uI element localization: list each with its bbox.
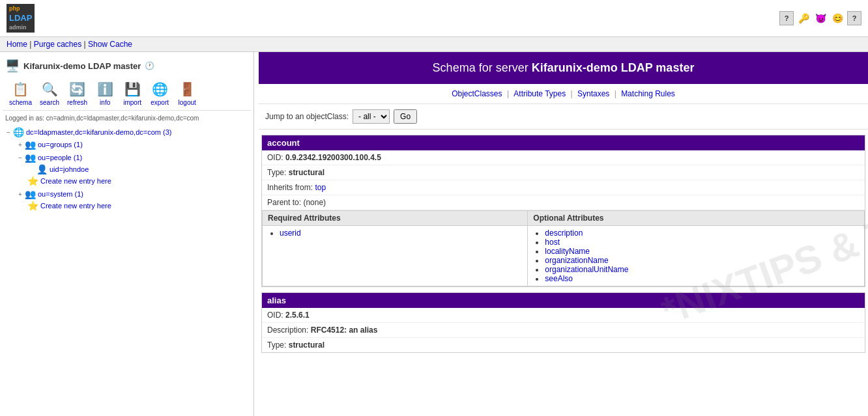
tree-root-row[interactable]: − 🌐 dc=ldapmaster,dc=kifarunix-demo,dc=c… xyxy=(3,126,251,138)
oc-account-oid-row: OID: 0.9.2342.19200300.100.4.5 xyxy=(262,150,865,165)
groups-toggle-icon: + xyxy=(16,141,25,148)
optional-attr-host: host xyxy=(545,238,859,247)
people-label: ou=people (1) xyxy=(38,154,82,161)
oc-account-type: structural xyxy=(289,168,325,177)
info-tool[interactable]: ℹ️ info xyxy=(91,78,119,107)
schema-nav: ObjectClasses | Attribute Types | Syntax… xyxy=(259,84,868,104)
create-entry-system-link[interactable]: Create new entry here xyxy=(40,202,111,210)
johndoe-row[interactable]: 👤 uid=johndoe xyxy=(26,163,251,175)
syntaxes-link[interactable]: Syntaxes xyxy=(577,89,609,98)
root-link[interactable]: dc=ldapmaster,dc=kifarunix-demo,dc=com (… xyxy=(26,128,171,136)
import-label: import xyxy=(123,99,141,106)
server-icon: 🖥️ xyxy=(5,59,20,73)
optional-attr-organizationname: organizationName xyxy=(545,256,859,265)
oc-account-type-row: Type: structural xyxy=(262,165,865,180)
clock-icon: 🕐 xyxy=(145,61,154,70)
devil-icon[interactable]: 😈 xyxy=(813,11,828,25)
tree-system-row[interactable]: + 👥 ou=system (1) xyxy=(14,188,251,200)
search-label: search xyxy=(40,99,59,106)
groups-link[interactable]: ou=groups (1) xyxy=(38,141,83,148)
jump-label: Jump to an objectClass: xyxy=(265,112,349,121)
create-entry-system[interactable]: ⭐ Create new entry here xyxy=(26,200,251,212)
info-icon: ℹ️ xyxy=(95,79,115,99)
oc-alias-oid: 2.5.6.1 xyxy=(285,311,310,320)
schema-tool[interactable]: 📋 schema xyxy=(5,78,36,107)
ldap-tree: − 🌐 dc=ldapmaster,dc=kifarunix-demo,dc=c… xyxy=(3,126,251,213)
refresh-icon: 🔄 xyxy=(68,79,87,99)
tree-root-node: − 🌐 dc=ldapmaster,dc=kifarunix-demo,dc=c… xyxy=(3,126,251,213)
oc-account-inherits-row: Inherits from: top xyxy=(262,180,865,195)
oc-account-attrs-row: Required Attributes Optional Attributes … xyxy=(262,210,865,286)
oc-alias-type: structural xyxy=(289,340,325,350)
optional-attrs-header: Optional Attributes xyxy=(528,211,865,226)
oc-account-title: account xyxy=(262,135,865,150)
smiley-icon[interactable]: 😊 xyxy=(830,11,845,25)
logout-icon: 🚪 xyxy=(177,79,197,99)
system-link[interactable]: ou=system (1) xyxy=(38,190,83,198)
main-layout: 🖥️ Kifarunix-demo LDAP master 🕐 📋 schema… xyxy=(0,52,868,416)
export-tool[interactable]: 🌐 export xyxy=(146,78,173,107)
import-icon: 💾 xyxy=(123,79,142,99)
tree-system-node: + 👥 ou=system (1) ⭐ Create new entry her… xyxy=(14,187,251,212)
logo: php LDAP admin xyxy=(7,4,36,33)
create-entry-system-label: Create new entry here xyxy=(40,202,111,210)
purge-caches-link[interactable]: Purge caches xyxy=(34,40,81,49)
sidebar-header: 🖥️ Kifarunix-demo LDAP master 🕐 xyxy=(3,55,251,77)
schema-label: schema xyxy=(9,99,32,106)
tree-groups-node: + 👥 ou=groups (1) xyxy=(14,138,251,151)
search-icon: 🔍 xyxy=(40,79,59,99)
root-toggle-icon: − xyxy=(4,129,13,136)
required-attrs-header: Required Attributes xyxy=(263,211,528,226)
refresh-tool[interactable]: 🔄 refresh xyxy=(63,78,91,107)
required-attr-userid: userid xyxy=(280,229,522,238)
home-link[interactable]: Home xyxy=(7,40,27,49)
create-entry-people[interactable]: ⭐ Create new entry here xyxy=(26,175,251,187)
help-icon[interactable]: ? xyxy=(779,11,794,25)
logo-ldap: LDAP xyxy=(9,13,32,24)
search-tool[interactable]: 🔍 search xyxy=(36,78,63,107)
show-cache-link[interactable]: Show Cache xyxy=(88,40,132,49)
attr-table-row: userid description host localityName org… xyxy=(263,226,865,286)
user-icon: 👤 xyxy=(36,164,48,174)
nav-bar: Home | Purge caches | Show Cache xyxy=(0,37,868,52)
top-header: php LDAP admin ? 🔑 😈 😊 ? xyxy=(0,0,868,37)
import-tool[interactable]: 💾 import xyxy=(119,78,146,107)
people-toggle-icon: − xyxy=(16,154,25,161)
tree-people-node: − 👥 ou=people (1) 👤 uid=johnd xyxy=(14,151,251,187)
oc-account-parent-row: Parent to: (none) xyxy=(262,195,865,210)
oc-alias-oid-row: OID: 2.5.6.1 xyxy=(262,308,865,323)
export-label: export xyxy=(151,99,169,106)
matching-rules-link[interactable]: Matching Rules xyxy=(621,89,675,98)
create-entry-people-link[interactable]: Create new entry here xyxy=(40,177,111,185)
logo-admin: admin xyxy=(9,24,32,32)
johndoe-link[interactable]: uid=johndoe xyxy=(50,165,89,173)
attribute-types-link[interactable]: Attribute Types xyxy=(514,89,566,98)
content-area: *NIXTIPS & TUTORIALS Schema for server K… xyxy=(259,52,868,416)
people-link[interactable]: ou=people (1) xyxy=(38,154,82,161)
logo-php: php xyxy=(9,5,32,13)
star-icon-people: ⭐ xyxy=(27,176,38,186)
optional-attr-organizationalunitname: organizationalUnitName xyxy=(545,265,859,274)
oc-alias-section: alias OID: 2.5.6.1 Description: RFC4512:… xyxy=(261,292,865,353)
create-entry-people-label: Create new entry here xyxy=(40,177,111,185)
logout-label: logout xyxy=(179,99,196,106)
tree-people-row[interactable]: − 👥 ou=people (1) xyxy=(14,152,251,163)
logout-tool[interactable]: 🚪 logout xyxy=(173,78,201,107)
people-children: 👤 uid=johndoe ⭐ Create new entry here xyxy=(14,163,251,187)
root-label: dc=ldapmaster,dc=kifarunix-demo,dc=com (… xyxy=(26,128,171,136)
system-toggle-icon: + xyxy=(16,191,25,198)
jump-go-button[interactable]: Go xyxy=(394,109,417,124)
jump-section: Jump to an objectClass: - all - Go xyxy=(259,104,868,130)
question-icon[interactable]: ? xyxy=(847,11,861,25)
objectclasses-link[interactable]: ObjectClasses xyxy=(452,89,502,98)
refresh-label: refresh xyxy=(67,99,87,106)
schema-title-text: Schema for server xyxy=(433,61,532,74)
oc-alias-type-row: Type: structural xyxy=(262,338,865,352)
sidebar: 🖥️ Kifarunix-demo LDAP master 🕐 📋 schema… xyxy=(0,52,254,416)
oc-account-inherits-link[interactable]: top xyxy=(315,183,326,192)
schema-header: Schema for server Kifarunix-demo LDAP ma… xyxy=(259,52,868,84)
schema-icon: 📋 xyxy=(11,79,31,99)
tree-groups-row[interactable]: + 👥 ou=groups (1) xyxy=(14,139,251,150)
key-icon[interactable]: 🔑 xyxy=(796,11,811,25)
jump-select[interactable]: - all - xyxy=(353,109,390,124)
